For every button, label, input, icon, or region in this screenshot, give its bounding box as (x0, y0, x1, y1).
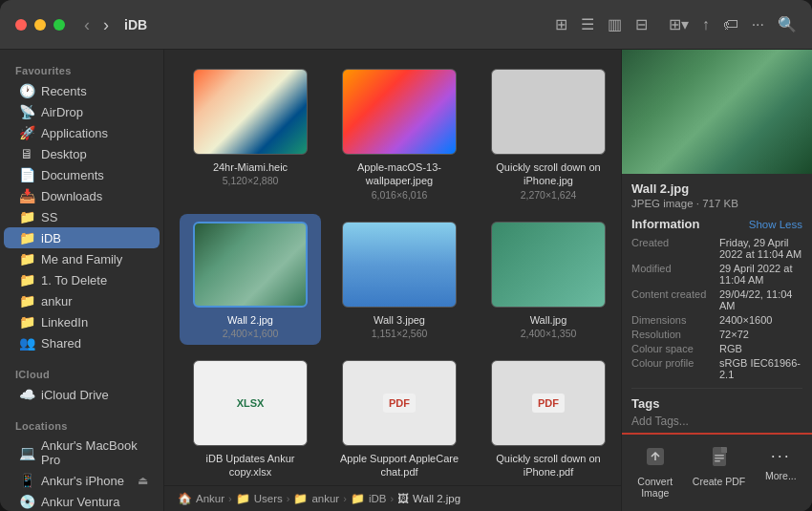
add-tags-field[interactable]: Add Tags... (631, 415, 802, 428)
back-button[interactable]: ‹ (80, 14, 94, 35)
info-row-content-created: Content created 29/04/22, 11:04 AM (631, 288, 802, 311)
sidebar-item-idb[interactable]: 📁 iDB (4, 227, 160, 248)
sidebar-item-to-delete[interactable]: 📁 1. To Delete (4, 269, 160, 290)
info-row-dimensions: Dimensions 2400×1600 (631, 314, 802, 326)
sidebar-item-documents[interactable]: 📄 Documents (4, 164, 160, 185)
file-thumb-miami (193, 69, 308, 155)
file-item-pdf2[interactable]: PDF Quickly scroll down on iPhone.pdf (478, 352, 619, 485)
file-name: Wall 3.jpeg (374, 313, 425, 327)
bc-sep-4: › (390, 493, 394, 504)
file-item-wall3[interactable]: Wall 3.jpeg 1,151×2,560 (329, 214, 470, 345)
applications-icon: 🚀 (19, 125, 34, 140)
more-icon[interactable]: ··· (752, 17, 764, 32)
bc-wall2-icon: 🖼 (397, 492, 409, 505)
share-icon[interactable]: ↑ (702, 17, 710, 32)
bc-idb[interactable]: 📁 iDB (351, 492, 387, 505)
view-columns-icon[interactable]: ▥ (608, 17, 622, 32)
sidebar-item-me-family[interactable]: 📁 Me and Family (4, 248, 160, 269)
view-gallery-icon[interactable]: ⊟ (635, 17, 648, 32)
forward-button[interactable]: › (99, 14, 113, 35)
search-icon[interactable]: 🔍 (778, 17, 797, 32)
convert-image-button[interactable]: ConvertImage (630, 442, 680, 503)
info-row-modified: Modified 29 April 2022 at 11:04 AM (631, 263, 802, 286)
inspector-actions: ConvertImage Create PDF (622, 433, 812, 511)
more-button[interactable]: ··· More... (758, 442, 804, 503)
linkedin-icon: 📁 (19, 314, 34, 330)
file-meta: 1,151×2,560 (372, 328, 428, 339)
sidebar-item-ankur[interactable]: 📁 ankur (4, 290, 160, 311)
sidebar-item-ss[interactable]: 📁 SS (4, 206, 160, 227)
bc-ankur-label: Ankur (196, 493, 224, 504)
main-area: 24hr-Miami.heic 5,120×2,880 Apple-macOS-… (164, 50, 621, 511)
create-pdf-icon (709, 446, 730, 472)
sidebar-item-airdrop[interactable]: 📡 AirDrop (4, 101, 160, 122)
desktop-icon: 🖥 (19, 146, 34, 161)
bc-users[interactable]: 📁 Users (236, 492, 283, 505)
tags-section: Tags Add Tags... (631, 388, 802, 428)
locations-label: Locations (0, 413, 163, 436)
sidebar-item-shared[interactable]: 👥 Shared (4, 332, 160, 353)
bc-ankur2-label: ankur (311, 493, 339, 504)
bc-users-icon: 📁 (236, 492, 250, 505)
sidebar-item-applications[interactable]: 🚀 Applications (4, 122, 160, 143)
sidebar-item-recents[interactable]: 🕐 Recents (4, 80, 160, 101)
file-item-macos[interactable]: Apple-macOS-13-wallpaper.jpeg 6,016×6,01… (329, 61, 470, 206)
icloud-icon: ☁️ (19, 387, 34, 402)
me-family-icon: 📁 (19, 251, 34, 266)
resolution-value: 72×72 (719, 329, 749, 340)
inspector-preview (622, 50, 812, 174)
finder-window: ‹ › iDB ⊞ ☰ ▥ ⊟ ⊞▾ ↑ 🏷 ··· 🔍 Favourites … (0, 0, 812, 511)
minimize-button[interactable] (34, 19, 46, 31)
to-delete-icon: 📁 (19, 272, 34, 287)
sidebar-item-icloud-drive[interactable]: ☁️ iCloud Drive (4, 384, 160, 405)
dimensions-label: Dimensions (631, 314, 716, 326)
file-item-wall2[interactable]: Wall 2.jpg 2,400×1,600 (180, 214, 321, 345)
group-icon[interactable]: ⊞▾ (669, 17, 689, 32)
sidebar-item-label: SS (41, 210, 57, 224)
tags-label: Tags (631, 396, 802, 411)
file-thumb-wall2 (193, 222, 308, 308)
downloads-icon: 📥 (19, 188, 34, 203)
sidebar-item-iphone[interactable]: 📱 Ankur's iPhone ⏏ (4, 470, 160, 491)
show-less-button[interactable]: Show Less (749, 219, 802, 230)
sidebar-item-label: Ankur's MacBook Pro (41, 438, 148, 467)
svg-rect-3 (715, 455, 724, 457)
sidebar-item-ventura[interactable]: 💿 Ankur Ventura (4, 491, 160, 511)
sidebar-item-downloads[interactable]: 📥 Downloads (4, 185, 160, 206)
sidebar-item-desktop[interactable]: 🖥 Desktop (4, 143, 160, 164)
inspector-filetype: JPEG image · 717 KB (631, 198, 802, 209)
fullscreen-button[interactable] (53, 19, 65, 31)
created-label: Created (631, 237, 716, 260)
file-meta: 2,270×1,624 (521, 189, 577, 201)
breadcrumb: 🏠 Ankur › 📁 Users › 📁 ankur › 📁 iDB (164, 485, 621, 511)
bc-wall2[interactable]: 🖼 Wall 2.jpg (397, 492, 460, 505)
file-item-wall1[interactable]: Wall.jpg 2,400×1,350 (478, 214, 619, 345)
file-item-pdf1[interactable]: PDF Apple Support AppleCare chat.pdf (329, 352, 470, 485)
file-name: 24hr-Miami.heic (213, 160, 288, 174)
file-item-scroll1[interactable]: Quickly scroll down on iPhone.jpg 2,270×… (478, 61, 619, 206)
file-name: Quickly scroll down on iPhone.pdf (483, 452, 613, 479)
nav-arrows: ‹ › (80, 14, 113, 35)
bc-sep-2: › (287, 493, 290, 504)
sidebar-item-label: Downloads (41, 189, 102, 203)
create-pdf-label: Create PDF (693, 476, 745, 488)
file-meta: 2,400×1,350 (521, 328, 577, 339)
convert-icon (645, 446, 666, 472)
info-title: Information (631, 217, 700, 231)
bc-ankur2[interactable]: 📁 ankur (293, 492, 339, 505)
create-pdf-button[interactable]: Create PDF (685, 442, 753, 503)
file-item-xlsx[interactable]: XLSX iDB Updates Ankur copy.xlsx (180, 352, 321, 485)
view-grid-icon[interactable]: ⊞ (555, 17, 567, 32)
file-thumb-pdf2: PDF (491, 360, 606, 446)
sidebar-item-linkedin[interactable]: 📁 LinkedIn (4, 311, 160, 332)
sidebar-item-macbook[interactable]: 💻 Ankur's MacBook Pro (4, 436, 160, 470)
close-button[interactable] (15, 19, 27, 31)
sidebar-item-label: ankur (41, 294, 73, 309)
file-item-miami[interactable]: 24hr-Miami.heic 5,120×2,880 (180, 61, 321, 206)
sidebar-item-label: AirDrop (41, 105, 83, 119)
svg-rect-5 (715, 460, 720, 462)
bc-ankur[interactable]: 🏠 Ankur (178, 492, 224, 505)
view-list-icon[interactable]: ☰ (581, 17, 594, 32)
bc-users-label: Users (254, 493, 283, 504)
tag-icon[interactable]: 🏷 (723, 17, 738, 32)
